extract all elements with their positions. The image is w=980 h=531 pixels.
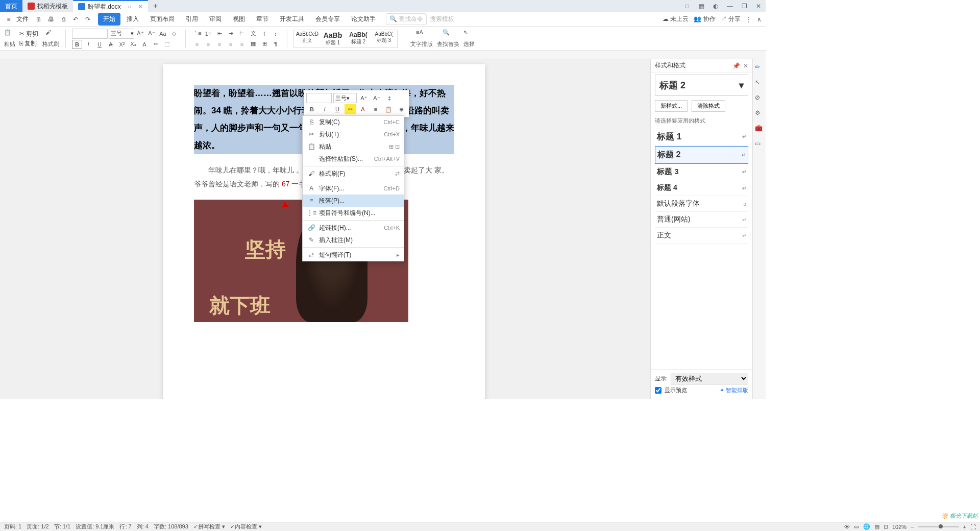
highlight-button[interactable]: ✏ xyxy=(151,40,161,49)
mini-font-color-button[interactable]: A xyxy=(357,104,369,114)
paste-button[interactable]: 📋粘贴 xyxy=(4,29,15,48)
close-icon[interactable]: ○ xyxy=(128,3,131,10)
tab-home[interactable]: 首页 xyxy=(0,0,22,12)
style-gallery[interactable]: AaBbCcD正文 AaBb标题 1 AaBb(标题 2 AaBbC(标题 3 xyxy=(293,30,398,48)
strike-button[interactable]: A xyxy=(106,40,116,49)
ctx-insert-comment[interactable]: ✎插入批注(M) xyxy=(303,234,404,246)
char-border-button[interactable]: ⬚ xyxy=(162,40,172,49)
decrease-font-icon[interactable]: A⁻ xyxy=(146,29,157,38)
mini-bold-button[interactable]: B xyxy=(306,104,317,114)
tab-review[interactable]: 审阅 xyxy=(204,13,227,26)
mini-underline-button[interactable]: U xyxy=(332,104,343,114)
tab-member[interactable]: 会员专享 xyxy=(310,13,345,26)
tab-icon[interactable]: ⊢ xyxy=(237,29,247,38)
mini-italic-button[interactable]: I xyxy=(319,104,330,114)
mini-spacing-icon[interactable]: ‡ xyxy=(384,93,395,103)
new-style-button[interactable]: 新样式... xyxy=(655,100,688,112)
qat-save-icon[interactable]: 🗎 xyxy=(34,14,44,25)
maximize-button[interactable]: ❐ xyxy=(737,0,751,12)
ctx-paragraph[interactable]: ≡段落(P)... xyxy=(303,195,404,207)
borders-icon[interactable]: ⊞ xyxy=(259,39,270,49)
cut-button[interactable]: 剪切 xyxy=(26,30,38,38)
style-item-h2[interactable]: 标题 2↵ xyxy=(655,146,748,164)
align-left-icon[interactable]: ≡ xyxy=(192,39,202,49)
strip-settings-icon[interactable]: ⚙ xyxy=(755,109,764,118)
align-center-icon[interactable]: ≡ xyxy=(203,39,213,49)
show-marks-icon[interactable]: ¶ xyxy=(271,39,281,49)
mini-align-button[interactable]: ≡ xyxy=(370,104,381,114)
ctx-bullets-numbering[interactable]: ⋮≡项目符号和编号(N)... xyxy=(303,207,404,219)
hamburger-icon[interactable]: ≡ xyxy=(4,15,13,24)
format-brush-button[interactable]: 🖌格式刷 xyxy=(42,29,59,48)
tab-thesis[interactable]: 论文助手 xyxy=(346,13,381,26)
align-right-icon[interactable]: ≡ xyxy=(214,39,225,49)
font-name-select[interactable] xyxy=(72,29,108,39)
smart-layout-link[interactable]: ✦ 智能排版 xyxy=(720,387,748,394)
tab-start[interactable]: 开始 xyxy=(98,13,120,26)
ctx-translate[interactable]: ⇄短句翻译(T)▸ xyxy=(303,249,404,261)
preview-checkbox[interactable] xyxy=(655,387,662,394)
indent-icon[interactable]: ⇥ xyxy=(226,29,236,38)
mini-highlight-button[interactable]: ✏ xyxy=(345,104,356,114)
text-direction-icon[interactable]: 文 xyxy=(248,29,258,38)
italic-button[interactable]: I xyxy=(83,40,93,49)
line-spacing-icon[interactable]: ‡ xyxy=(259,29,270,38)
bullets-icon[interactable]: ⋮≡ xyxy=(192,29,202,38)
style-item-web-normal[interactable]: 普通(网站)↵ xyxy=(655,212,748,228)
change-case-icon[interactable]: Aa xyxy=(158,29,168,38)
style-item-h1[interactable]: 标题 1↵ xyxy=(655,128,748,146)
shading-icon[interactable]: ▦ xyxy=(248,39,258,49)
cut-icon[interactable]: ✂ xyxy=(19,30,24,37)
more-icon[interactable]: ⋮ xyxy=(746,16,752,23)
sort-icon[interactable]: ↕ xyxy=(271,29,281,38)
ctx-copy[interactable]: ⎘复制(C)Ctrl+C xyxy=(303,116,404,128)
template-search[interactable]: 搜索模板 xyxy=(430,15,454,23)
style-heading1[interactable]: AaBb标题 1 xyxy=(321,31,345,46)
align-justify-icon[interactable]: ≡ xyxy=(226,39,236,49)
tab-dev-tools[interactable]: 开发工具 xyxy=(275,13,309,26)
ctx-font[interactable]: A字体(F)...Ctrl+D xyxy=(303,182,404,195)
qat-preview-icon[interactable]: ⎙ xyxy=(58,14,68,25)
current-style-display[interactable]: 标题 2▾ xyxy=(655,75,748,96)
panel-close-icon[interactable]: ✕ xyxy=(743,62,748,69)
text-layout-button[interactable]: ≡A文字排版 xyxy=(410,29,433,48)
strip-toolbox-icon[interactable]: 🧰 xyxy=(755,125,764,134)
horizontal-ruler[interactable] xyxy=(0,51,766,59)
ctx-paste-special[interactable]: 选择性粘贴(S)...Ctrl+Alt+V xyxy=(303,153,404,165)
increase-font-icon[interactable]: A⁺ xyxy=(135,29,145,38)
clear-format-icon[interactable]: ◇ xyxy=(169,29,179,38)
new-tab-button[interactable]: + xyxy=(148,2,163,11)
collapse-ribbon-icon[interactable]: ∧ xyxy=(757,16,762,23)
strip-select-icon[interactable]: ↖ xyxy=(755,79,764,88)
style-normal[interactable]: AaBbCcD正文 xyxy=(295,31,320,46)
style-heading3[interactable]: AaBbC(标题 3 xyxy=(372,31,396,46)
tab-page-layout[interactable]: 页面布局 xyxy=(145,13,180,26)
style-item-body[interactable]: 正文↵ xyxy=(655,228,748,244)
show-select[interactable]: 有效样式 xyxy=(671,373,748,384)
font-size-select[interactable]: 三号▾ xyxy=(109,29,134,39)
ctx-paste[interactable]: 📋粘贴⊞ ⊡ xyxy=(303,140,404,153)
tab-view[interactable]: 视图 xyxy=(228,13,250,26)
font-color-button[interactable]: A xyxy=(139,40,150,49)
style-item-h3[interactable]: 标题 3↵ xyxy=(655,164,748,180)
file-menu[interactable]: 文件 xyxy=(16,15,29,23)
numbering-icon[interactable]: 1≡ xyxy=(203,29,213,38)
minimize-button[interactable]: — xyxy=(723,0,737,12)
style-heading2[interactable]: AaBb(标题 2 xyxy=(346,31,371,46)
ctx-hyperlink[interactable]: 🔗超链接(H)...Ctrl+K xyxy=(303,222,404,234)
copy-button[interactable]: 复制 xyxy=(24,39,37,48)
strip-page-icon[interactable]: ▭ xyxy=(755,140,764,149)
mini-font-select[interactable] xyxy=(306,93,332,103)
strip-styles-icon[interactable]: ✏ xyxy=(755,63,764,73)
superscript-button[interactable]: X² xyxy=(117,40,127,49)
document-area[interactable]: 盼望着，盼望着……翘首以盼的新年近了。街上人流如海，好不热闹。34 瞧，拎着大大… xyxy=(0,59,650,399)
distribute-icon[interactable]: ≡ xyxy=(237,39,247,49)
cloud-status[interactable]: ☁ 未上云 xyxy=(663,15,689,23)
tab-close-icon[interactable]: ✕ xyxy=(138,3,143,10)
ctx-format-brush[interactable]: 🖌格式刷(F)⇄ xyxy=(303,167,404,180)
qat-undo-icon[interactable]: ↶ xyxy=(70,14,81,25)
tab-templates[interactable]: 找稻壳模板 xyxy=(22,0,73,12)
style-item-default-font[interactable]: 默认段落字体a xyxy=(655,196,748,212)
qat-print-icon[interactable]: 🖶 xyxy=(46,14,56,25)
mini-increase-font-icon[interactable]: A⁺ xyxy=(358,93,370,103)
